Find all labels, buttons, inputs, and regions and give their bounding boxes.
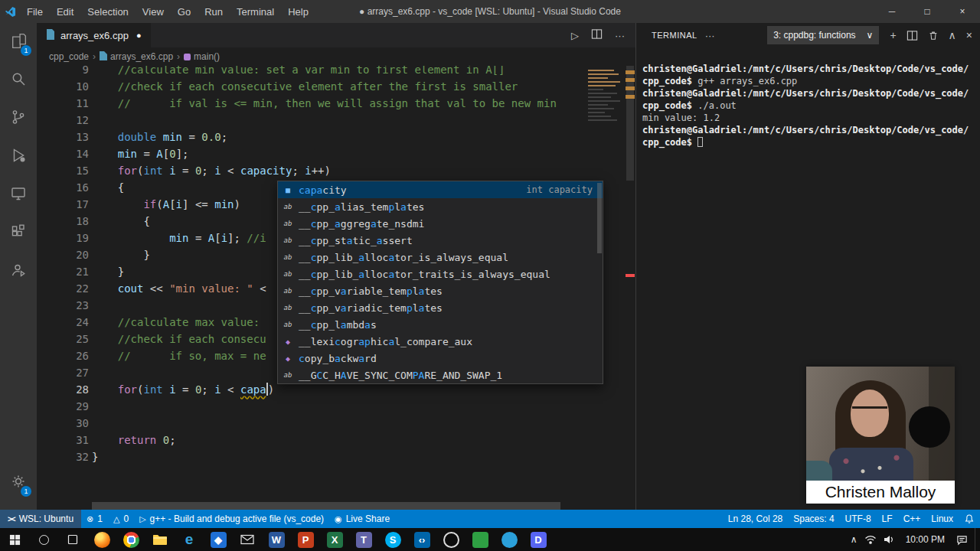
task-view-button[interactable]: [58, 528, 87, 551]
line-number[interactable]: 13: [37, 129, 89, 145]
new-terminal-icon[interactable]: +: [890, 29, 896, 41]
suggest-scrollbar[interactable]: [597, 183, 602, 253]
breadcrumb-symbol[interactable]: main(): [184, 51, 220, 62]
close-button[interactable]: ×: [945, 0, 980, 23]
line-number[interactable]: 29: [37, 398, 89, 415]
taskbar-word[interactable]: W: [262, 528, 291, 551]
menu-terminal[interactable]: Terminal: [230, 6, 281, 18]
remote-indicator[interactable]: ><WSL: Ubuntu: [0, 510, 81, 528]
suggest-item-__cpp_variadic_templates[interactable]: ab__cpp_variadic_templates: [278, 299, 603, 316]
taskbar-skype[interactable]: S: [378, 528, 407, 551]
activity-search[interactable]: [0, 61, 37, 99]
tray-chevron-up-icon[interactable]: ∧: [851, 534, 858, 545]
split-editor-icon[interactable]: [591, 28, 603, 42]
taskbar-chrome[interactable]: [116, 528, 145, 551]
close-panel-icon[interactable]: ×: [966, 29, 972, 41]
line-number[interactable]: 10: [37, 78, 89, 95]
line-number[interactable]: 30: [37, 415, 89, 432]
editor-scrollbar[interactable]: [625, 66, 635, 502]
editor-horizontal-scrollbar[interactable]: [92, 502, 560, 510]
line-number[interactable]: 9: [37, 66, 89, 78]
line-number[interactable]: 17: [37, 196, 89, 213]
tab-arrays-ex6-cpp[interactable]: arrays_ex6.cpp ●: [37, 23, 151, 47]
code-text[interactable]: for(int i = 0; i < capa): [92, 381, 274, 398]
code-text[interactable]: }: [92, 448, 98, 465]
line-number[interactable]: 31: [37, 432, 89, 448]
minimap[interactable]: [585, 67, 625, 123]
minimize-button[interactable]: ─: [874, 0, 910, 23]
taskbar-firefox[interactable]: [87, 528, 116, 551]
activity-run-debug[interactable]: [0, 138, 37, 176]
code-text[interactable]: }: [92, 263, 124, 280]
line-number[interactable]: 15: [37, 162, 89, 179]
activity-remote-explorer[interactable]: [0, 176, 37, 214]
search-button[interactable]: [29, 528, 58, 551]
more-actions-icon[interactable]: ···: [615, 30, 625, 41]
taskbar-blue-app[interactable]: [495, 528, 524, 551]
code-text[interactable]: //check if each consecu: [92, 331, 266, 347]
taskbar-powerpoint[interactable]: P: [291, 528, 320, 551]
code-text[interactable]: // if val is <= min, then we will assign…: [92, 95, 557, 112]
line-col[interactable]: Ln 28, Col 28: [723, 510, 788, 528]
code-text[interactable]: double min = 0.0;: [92, 129, 227, 145]
taskbar-mail[interactable]: [233, 528, 262, 551]
wifi-icon[interactable]: [864, 535, 877, 544]
kill-terminal-icon[interactable]: [928, 30, 939, 41]
taskbar-edge[interactable]: e: [175, 528, 204, 551]
maximize-panel-icon[interactable]: ∧: [949, 29, 956, 41]
taskbar-discord[interactable]: D: [524, 528, 553, 551]
line-number[interactable]: 14: [37, 145, 89, 162]
taskbar-photos[interactable]: ◆: [204, 528, 233, 551]
menu-selection[interactable]: Selection: [80, 6, 135, 18]
code-text[interactable]: if(A[i] <= min): [92, 196, 240, 213]
taskbar-excel[interactable]: X: [320, 528, 349, 551]
line-number[interactable]: 19: [37, 230, 89, 246]
code-text[interactable]: //calculate max value:: [92, 314, 260, 331]
taskbar-file-explorer[interactable]: [145, 528, 175, 551]
error-count[interactable]: ⊗1: [81, 510, 108, 528]
breadcrumb-file[interactable]: arrays_ex6.cpp: [100, 51, 173, 63]
code-text[interactable]: //check if each consecutive element afte…: [92, 78, 518, 95]
eol[interactable]: LF: [877, 510, 898, 528]
suggest-item-__cpp_static_assert[interactable]: ab__cpp_static_assert: [278, 232, 603, 249]
notifications-bell[interactable]: [959, 510, 980, 528]
clock[interactable]: 10:00 PM: [901, 534, 949, 545]
encoding[interactable]: UTF-8: [840, 510, 877, 528]
suggest-item-__cpp_alias_templates[interactable]: ab__cpp_alias_templates: [278, 198, 603, 215]
volume-icon[interactable]: [884, 535, 894, 544]
taskbar-green-app[interactable]: [466, 528, 495, 551]
activity-manage[interactable]: 1: [0, 464, 37, 502]
warning-count[interactable]: △0: [108, 510, 134, 528]
language-mode[interactable]: C++: [898, 510, 926, 528]
suggest-item-__lexicographical_compare_aux[interactable]: ◆__lexicographical_compare_aux: [278, 333, 603, 350]
activity-source-control[interactable]: [0, 99, 37, 138]
scrollbar-thumb[interactable]: [626, 66, 634, 181]
code-text[interactable]: min = A[0];: [92, 145, 188, 162]
code-editor[interactable]: 9 //calculate min value: set a var min t…: [37, 66, 635, 510]
taskbar-vscode[interactable]: ‹›: [407, 528, 436, 551]
suggest-item-__cpp_lib_allocator_traits_is_always_equal[interactable]: ab__cpp_lib_allocator_traits_is_always_e…: [278, 266, 603, 282]
panel-overflow-icon[interactable]: ···: [705, 30, 715, 41]
code-text[interactable]: for(int i = 0; i < capacity; i++): [92, 162, 331, 179]
show-desktop-button[interactable]: [975, 528, 978, 551]
code-text[interactable]: //calculate min value: set a var min to …: [92, 66, 505, 78]
line-number[interactable]: 25: [37, 331, 89, 347]
menu-help[interactable]: Help: [281, 6, 315, 18]
line-number[interactable]: 26: [37, 347, 89, 364]
taskbar-obs[interactable]: [436, 528, 466, 551]
code-text[interactable]: }: [92, 246, 150, 263]
code-text[interactable]: // if so, max = ne: [92, 347, 266, 364]
suggest-item-copy_backward[interactable]: ◆copy_backward: [278, 350, 603, 367]
modified-dot-icon[interactable]: ●: [136, 31, 142, 40]
line-number[interactable]: 16: [37, 179, 89, 196]
maximize-button[interactable]: □: [910, 0, 945, 23]
terminal-tab[interactable]: TERMINAL: [652, 31, 697, 40]
line-number[interactable]: 21: [37, 263, 89, 280]
suggest-item-__cpp_variable_templates[interactable]: ab__cpp_variable_templates: [278, 282, 603, 299]
terminal-select[interactable]: 3: cppdbg: functions ∨: [767, 26, 879, 44]
activity-explorer[interactable]: 1: [0, 23, 37, 61]
suggest-item-__cpp_aggregate_nsdmi[interactable]: ab__cpp_aggregate_nsdmi: [278, 215, 603, 232]
menu-run[interactable]: Run: [198, 6, 230, 18]
code-text[interactable]: {: [92, 179, 124, 196]
build-task[interactable]: ▷g++ - Build and debug active file (vs_c…: [134, 510, 329, 528]
